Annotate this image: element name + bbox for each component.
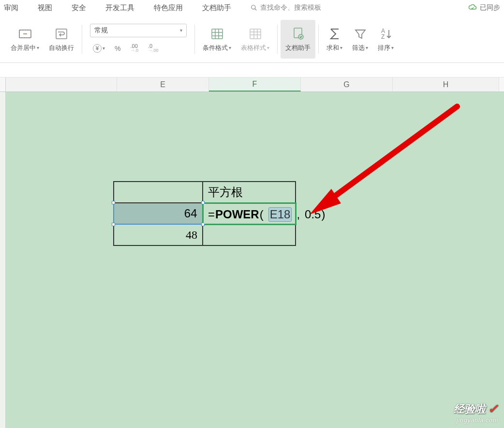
wrap-icon [54, 26, 69, 42]
table-style-button[interactable]: 表格样式▾ [236, 20, 274, 59]
formula-paren-close: ) [321, 208, 325, 221]
table-style-icon [248, 26, 263, 42]
caret-down-icon: ▾ [340, 45, 342, 50]
cell-f19[interactable] [203, 224, 296, 245]
table-style-label: 表格样式 [241, 44, 266, 52]
caret-down-icon: ▾ [37, 45, 39, 50]
cell-e17[interactable] [114, 182, 203, 203]
watermark-url: jingyanla.com [454, 416, 498, 424]
spreadsheet-grid[interactable]: 平方根 64 48 =POWER(E18,0.5) [0, 92, 504, 428]
sort-button[interactable]: AZ 排序▾ [373, 20, 399, 59]
menubar: 审阅 视图 安全 开发工具 特色应用 文档助手 查找命令、搜索模板 已同步 [0, 0, 504, 15]
caret-down-icon: ▾ [267, 45, 269, 50]
col-head-h[interactable]: H [393, 77, 499, 92]
caret-down-icon: ▾ [180, 28, 182, 33]
menu-features[interactable]: 特色应用 [154, 3, 183, 13]
filter-button[interactable]: 筛选▾ [347, 20, 373, 59]
cond-format-icon [209, 26, 225, 42]
svg-point-0 [252, 5, 255, 9]
menu-doc-assist[interactable]: 文档助手 [202, 3, 231, 13]
cell-e19[interactable]: 48 [114, 224, 203, 245]
svg-rect-6 [212, 29, 222, 39]
ribbon: 合并居中▾ 自动换行 常规 ▾ ¥ ▾ % .00→.0 .0→.00 [0, 15, 504, 63]
cell-e18-value: 64 [184, 207, 197, 220]
selection-handle[interactable] [112, 201, 115, 204]
cell-e18-selected[interactable]: 64 [114, 203, 203, 224]
currency-icon: ¥ [93, 44, 102, 53]
watermark-text: 经验啦 [454, 402, 486, 416]
formula-comma: , [296, 208, 300, 221]
svg-line-1 [255, 9, 257, 11]
doc-assist-label: 文档助手 [285, 44, 311, 52]
svg-rect-5 [56, 29, 67, 39]
filter-icon [353, 26, 368, 42]
sum-button[interactable]: 求和▾ [322, 20, 347, 59]
menu-security[interactable]: 安全 [72, 3, 86, 13]
menubar-items: 审阅 视图 安全 开发工具 特色应用 文档助手 [4, 3, 231, 13]
percent-icon: % [115, 45, 120, 52]
caret-down-icon: ▾ [391, 45, 394, 50]
formula-func-name: POWER [215, 208, 259, 221]
formula-editing-text[interactable]: =POWER(E18,0.5) [208, 207, 325, 222]
menu-view[interactable]: 视图 [38, 3, 52, 13]
wrap-label: 自动换行 [49, 44, 74, 52]
menu-devtools[interactable]: 开发工具 [105, 3, 134, 13]
search-placeholder: 查找命令、搜索模板 [260, 3, 321, 12]
merge-label: 合并居中 [11, 44, 36, 52]
svg-text:Z: Z [381, 33, 385, 40]
number-format-select[interactable]: 常规 ▾ [90, 24, 187, 37]
col-head-f[interactable]: F [209, 77, 301, 92]
svg-rect-11 [250, 29, 261, 39]
col-head-g[interactable]: G [301, 77, 393, 92]
svg-line-20 [322, 107, 457, 206]
sum-icon [327, 26, 342, 42]
watermark: 经验啦 ✓ jingyanla.com [454, 401, 498, 424]
sum-label: 求和 [326, 44, 339, 52]
doc-assist-button[interactable]: 文档助手 [281, 20, 315, 59]
percent-button[interactable]: % [112, 43, 123, 54]
comma-style-button[interactable]: .00→.0 [127, 42, 141, 55]
formula-paren-open: ( [260, 208, 264, 221]
row-gutter [0, 92, 6, 428]
merge-icon [17, 26, 33, 42]
col-head-e[interactable]: E [117, 77, 209, 92]
caret-down-icon: ▾ [229, 45, 231, 50]
formula-bar-area [0, 63, 504, 77]
format-select-value: 常规 [94, 26, 108, 35]
currency-button[interactable]: ¥ ▾ [90, 42, 108, 55]
cloud-sync-icon [468, 3, 477, 12]
sort-icon: AZ [378, 26, 394, 42]
number-format-group: 常规 ▾ ¥ ▾ % .00→.0 .0→.00 [85, 24, 192, 55]
search-icon [251, 4, 257, 11]
formula-equals: = [208, 208, 215, 221]
formula-arg2: 0.5 [305, 208, 321, 221]
caret-down-icon: ▾ [366, 45, 368, 50]
filter-label: 筛选 [352, 44, 365, 52]
cond-format-label: 条件格式 [203, 44, 228, 52]
merge-center-button[interactable]: 合并居中▾ [6, 20, 44, 59]
sort-label: 排序 [378, 44, 390, 52]
corner-cell[interactable] [0, 77, 6, 92]
sync-status[interactable]: 已同步 [468, 3, 500, 12]
column-headers: E F G H [0, 77, 504, 92]
sync-label: 已同步 [480, 3, 500, 12]
caret-down-icon: ▾ [103, 46, 105, 51]
check-icon: ✓ [488, 401, 498, 416]
conditional-format-button[interactable]: 条件格式▾ [198, 20, 236, 59]
doc-assist-icon [290, 26, 306, 42]
formula-cell-ref: E18 [268, 207, 292, 222]
menu-review[interactable]: 审阅 [4, 3, 18, 13]
selection-handle[interactable] [112, 223, 115, 226]
decrease-decimal-button[interactable]: .0→.00 [145, 42, 162, 55]
search-area[interactable]: 查找命令、搜索模板 [251, 3, 321, 12]
cell-f17[interactable]: 平方根 [203, 182, 296, 203]
wrap-text-button[interactable]: 自动换行 [44, 20, 79, 59]
